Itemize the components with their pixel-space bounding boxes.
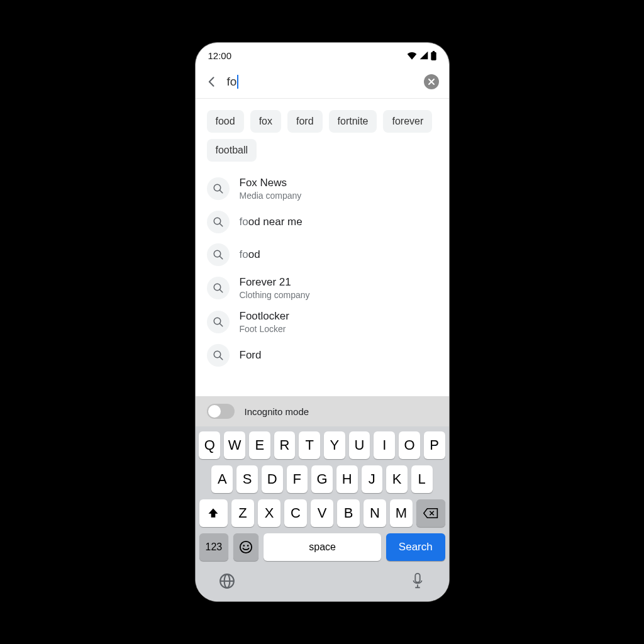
key-f[interactable]: F [287,465,308,493]
key-d[interactable]: D [262,465,283,493]
chip[interactable]: fortnite [329,110,377,133]
mic-button[interactable] [409,572,426,590]
wifi-icon [407,51,417,60]
key-u[interactable]: U [349,431,370,459]
key-k[interactable]: K [386,465,408,493]
keyboard-bottom-bar [196,564,449,601]
suggestion-title: Fox News [240,177,287,189]
suggestion-item[interactable]: Fox News Media company [196,172,449,206]
key-v[interactable]: V [311,499,333,527]
text-caret [237,75,238,89]
svg-rect-0 [431,52,436,60]
suggestion-chips: food fox ford fortnite forever football [196,99,449,168]
suggestion-list: Fox News Media company food near me food [196,168,449,396]
search-input-text: fo [227,75,237,89]
key-e[interactable]: E [249,431,270,459]
toggle-knob [208,405,221,418]
keyboard: Q W E R T Y U I O P A S D F G H J K L Z [196,426,449,564]
key-n[interactable]: N [364,499,386,527]
suggestion-item[interactable]: food [196,238,449,271]
incognito-toggle[interactable] [207,404,235,419]
suggestion-title: Ford [240,349,262,361]
incognito-bar: Incognito mode [196,396,449,426]
search-icon [207,277,230,299]
battery-icon [431,51,436,60]
key-backspace[interactable] [416,499,445,527]
key-j[interactable]: J [362,465,383,493]
suggestion-item[interactable]: Ford [196,339,449,367]
key-numbers[interactable]: 123 [199,533,229,561]
key-search[interactable]: Search [386,533,445,561]
svg-point-15 [243,545,245,547]
chip[interactable]: food [207,110,244,133]
globe-icon [219,573,235,589]
key-t[interactable]: T [299,431,320,459]
key-g[interactable]: G [311,465,333,493]
key-x[interactable]: X [258,499,280,527]
key-r[interactable]: R [274,431,296,459]
suggestion-subtitle: Clothing company [240,290,310,300]
svg-line-13 [219,357,223,360]
suggestion-item[interactable]: food near me [196,206,449,238]
key-i[interactable]: I [374,431,395,459]
key-z[interactable]: Z [231,499,254,527]
suggestion-item[interactable]: Forever 21 Clothing company [196,271,449,305]
shift-icon [207,507,219,519]
status-time: 12:00 [208,50,232,61]
key-space[interactable]: space [264,533,381,561]
back-button[interactable] [202,72,222,92]
suggestion-title: od near me [248,216,303,228]
svg-line-9 [219,289,223,292]
search-icon [207,211,230,233]
svg-rect-1 [432,51,434,53]
mic-icon [411,573,424,589]
svg-line-11 [219,323,223,326]
search-icon [207,311,230,333]
chip[interactable]: fox [250,110,281,133]
svg-point-16 [247,545,249,547]
status-bar: 12:00 [196,43,449,68]
key-h[interactable]: H [336,465,358,493]
close-icon [428,78,435,86]
search-icon [207,243,230,266]
key-a[interactable]: A [211,465,233,493]
status-icons [407,51,436,60]
chip[interactable]: ford [287,110,323,133]
chip[interactable]: forever [383,110,432,133]
key-p[interactable]: P [424,431,445,459]
svg-line-3 [219,190,223,193]
key-y[interactable]: Y [324,431,345,459]
phone-frame: 12:00 fo food fox ford fortnite [195,42,450,602]
search-icon [207,177,230,200]
incognito-label: Incognito mode [245,406,309,417]
svg-line-7 [219,256,223,259]
globe-button[interactable] [218,572,236,590]
suggestion-item[interactable]: Footlocker Foot Locker [196,305,449,339]
emoji-icon [239,540,253,554]
chip[interactable]: football [207,139,257,162]
suggestion-title: Footlocker [240,310,289,322]
suggestion-subtitle: Foot Locker [240,324,289,334]
key-s[interactable]: S [236,465,258,493]
clear-button[interactable] [424,74,439,89]
key-c[interactable]: C [284,499,307,527]
key-q[interactable]: Q [199,431,220,459]
key-b[interactable]: B [337,499,360,527]
search-bar: fo [196,68,449,98]
key-emoji[interactable] [233,533,258,561]
key-w[interactable]: W [224,431,245,459]
search-input[interactable]: fo [227,75,419,89]
svg-rect-20 [415,574,419,582]
suggestion-title: od [248,248,260,260]
key-l[interactable]: L [411,465,433,493]
backspace-icon [423,508,438,519]
key-o[interactable]: O [399,431,420,459]
chevron-left-icon [206,75,218,88]
search-icon [207,344,230,367]
key-shift[interactable] [199,499,228,527]
signal-icon [419,51,428,60]
key-m[interactable]: M [390,499,413,527]
suggestion-title: Forever 21 [240,276,291,288]
svg-line-5 [219,223,223,226]
suggestion-subtitle: Media company [240,191,302,201]
